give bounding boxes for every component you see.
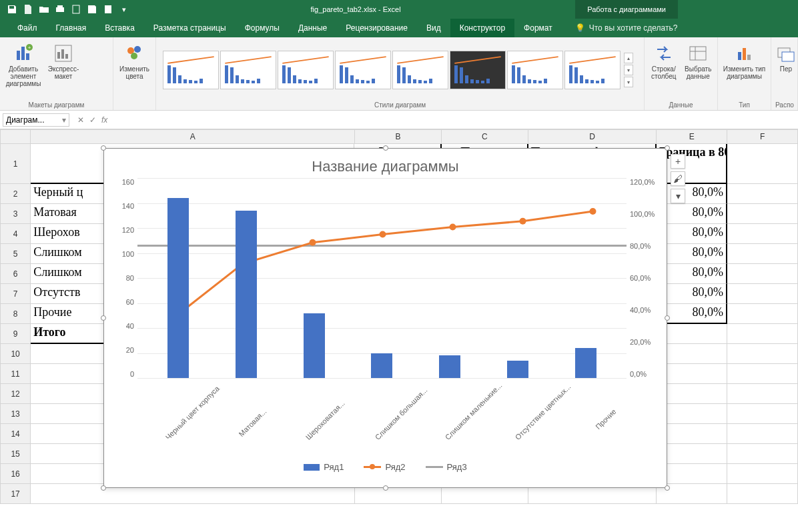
row-header[interactable]: 7	[0, 284, 31, 304]
style-thumb-7[interactable]	[507, 51, 563, 89]
formula-input[interactable]	[113, 113, 798, 127]
tab-review[interactable]: Рецензирование	[336, 19, 417, 37]
chart-styles-button[interactable]: 🖌	[671, 171, 685, 186]
plot-area[interactable]: 160140120100806040200 120,0%100,0%80,0%6…	[137, 178, 627, 378]
change-colors-button[interactable]: Изменить цвета	[117, 40, 151, 80]
row-header[interactable]: 5	[0, 244, 31, 264]
row-header[interactable]: 6	[0, 264, 31, 284]
save-icon[interactable]	[7, 4, 17, 15]
move-chart-button[interactable]: Пер	[775, 40, 797, 73]
gallery-down-icon[interactable]: ▾	[624, 65, 633, 75]
tab-chart-design[interactable]: Конструктор	[450, 19, 514, 37]
resize-handle-icon[interactable]	[665, 485, 670, 491]
embedded-chart[interactable]: + 🖌 ▾ Название диаграммы 160140120100806…	[103, 148, 667, 488]
row-header[interactable]: 11	[0, 364, 31, 384]
style-thumb-8[interactable]	[564, 51, 621, 89]
tab-file[interactable]: Файл	[8, 19, 47, 37]
add-chart-element-button[interactable]: + Добавить элемент диаграммы	[4, 40, 43, 87]
tab-view[interactable]: Вид	[417, 19, 450, 37]
cell[interactable]	[727, 144, 798, 184]
paste-icon[interactable]	[103, 4, 113, 15]
tab-page-layout[interactable]: Разметка страницы	[144, 19, 236, 37]
gallery-up-icon[interactable]: ▴	[624, 53, 633, 63]
gallery-more-icon[interactable]: ▾	[624, 77, 633, 87]
chart-title[interactable]: Название диаграммы	[104, 149, 667, 178]
cell[interactable]	[727, 264, 798, 284]
switch-row-col-button[interactable]: Строка/столбец	[649, 40, 679, 80]
col-header-E[interactable]: E	[657, 129, 727, 144]
row-header[interactable]: 8	[0, 304, 31, 324]
cell[interactable]	[727, 364, 798, 384]
row-header[interactable]: 12	[0, 384, 31, 404]
cancel-formula-icon[interactable]: ✕	[77, 115, 84, 125]
tab-home[interactable]: Главная	[47, 19, 96, 37]
row-header[interactable]: 1	[0, 144, 31, 184]
cell[interactable]	[727, 404, 798, 424]
row-header[interactable]: 3	[0, 204, 31, 224]
row-header[interactable]: 9	[0, 324, 31, 344]
row-header[interactable]: 13	[0, 404, 31, 424]
resize-handle-icon[interactable]	[101, 485, 106, 491]
change-chart-type-button[interactable]: Изменить тип диаграммы	[722, 40, 767, 80]
style-thumb-6[interactable]	[450, 51, 506, 89]
chart-elements-button[interactable]: +	[671, 154, 685, 169]
resize-handle-icon[interactable]	[665, 315, 670, 321]
style-thumb-2[interactable]	[220, 51, 276, 89]
cell[interactable]	[727, 284, 798, 304]
tab-insert[interactable]: Вставка	[95, 19, 144, 37]
row-header[interactable]: 4	[0, 224, 31, 244]
open-icon[interactable]	[39, 4, 49, 15]
cell[interactable]	[727, 384, 798, 404]
tab-data[interactable]: Данные	[289, 19, 336, 37]
worksheet-grid[interactable]: A B C D E F 1 Кол-во Процент Процент деф…	[0, 129, 798, 532]
col-header-A[interactable]: A	[31, 129, 355, 144]
row-header[interactable]: 15	[0, 444, 31, 464]
cell[interactable]	[727, 224, 798, 244]
quickprint-icon[interactable]	[55, 4, 65, 15]
resize-handle-icon[interactable]	[665, 145, 670, 151]
namebox-dropdown-icon[interactable]: ▾	[62, 115, 66, 125]
name-box[interactable]: Диаграм... ▾	[3, 113, 69, 127]
cell[interactable]	[727, 324, 798, 344]
enter-formula-icon[interactable]: ✓	[89, 115, 96, 125]
cell[interactable]	[727, 244, 798, 264]
resize-handle-icon[interactable]	[383, 485, 388, 491]
cell[interactable]	[727, 344, 798, 364]
cell[interactable]	[727, 204, 798, 224]
cell[interactable]	[727, 484, 798, 504]
col-header-C[interactable]: C	[442, 129, 528, 144]
preview-icon[interactable]	[71, 4, 81, 15]
chart-filters-button[interactable]: ▾	[671, 189, 685, 203]
style-thumb-3[interactable]	[278, 51, 334, 89]
resize-handle-icon[interactable]	[383, 145, 388, 151]
save2-icon[interactable]	[87, 4, 97, 15]
style-thumb-4[interactable]	[335, 51, 391, 89]
cell[interactable]	[727, 184, 798, 204]
cell[interactable]	[727, 464, 798, 484]
tell-me-search[interactable]: 💡 Что вы хотите сделать?	[575, 23, 678, 33]
col-header-D[interactable]: D	[528, 129, 657, 144]
cell[interactable]	[727, 304, 798, 324]
row-header[interactable]: 10	[0, 344, 31, 364]
fx-icon[interactable]: fx	[101, 115, 107, 125]
col-header-F[interactable]: F	[727, 129, 798, 144]
style-thumb-1[interactable]	[163, 51, 219, 89]
tab-formulas[interactable]: Формулы	[236, 19, 289, 37]
resize-handle-icon[interactable]	[101, 315, 106, 321]
cell[interactable]	[727, 444, 798, 464]
row-header[interactable]: 2	[0, 184, 31, 204]
new-icon[interactable]	[23, 4, 33, 15]
cell[interactable]	[727, 424, 798, 444]
tab-chart-format[interactable]: Формат	[514, 19, 562, 37]
quick-layout-button[interactable]: Экспресс-макет	[47, 40, 80, 80]
chart-styles-gallery[interactable]: ▴ ▾ ▾	[160, 40, 640, 100]
col-header-B[interactable]: B	[355, 129, 442, 144]
select-all-corner[interactable]	[0, 129, 31, 144]
style-thumb-5[interactable]	[392, 51, 448, 89]
row-header[interactable]: 16	[0, 464, 31, 484]
row-header[interactable]: 17	[0, 484, 31, 504]
row-header[interactable]: 14	[0, 424, 31, 444]
qat-dropdown-icon[interactable]: ▾	[119, 4, 129, 15]
select-data-button[interactable]: Выбрать данные	[683, 40, 714, 80]
resize-handle-icon[interactable]	[101, 145, 106, 151]
